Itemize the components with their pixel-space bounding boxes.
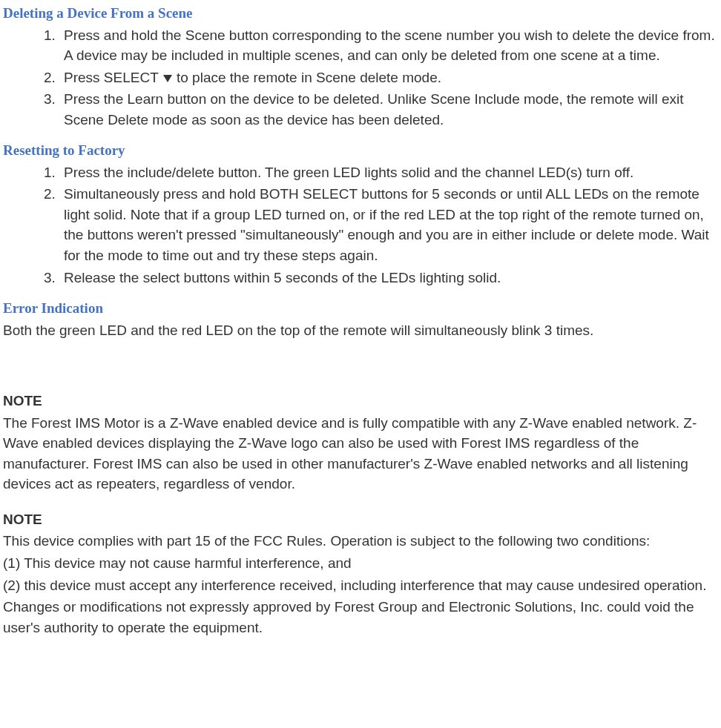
text: Press SELECT: [64, 70, 162, 85]
heading-delete-device: Deleting a Device From a Scene: [3, 3, 718, 24]
note-line: This device complies with part 15 of the…: [3, 531, 718, 552]
text: Simultaneously press and hold BOTH: [64, 186, 303, 202]
list-item: Press the include/delete button. The gre…: [59, 162, 718, 183]
heading-error-indication: Error Indication: [3, 298, 718, 319]
list-item: Press SELECT to place the remote in Scen…: [59, 67, 718, 88]
list-reset-factory: Press the include/delete button. The gre…: [3, 162, 718, 288]
note-line: (2) this device must accept any interfer…: [3, 575, 718, 596]
list-item: Press the Learn button on the device to …: [59, 89, 718, 130]
heading-reset-factory: Resetting to Factory: [3, 140, 718, 161]
list-item: Simultaneously press and hold BOTH SELEC…: [59, 184, 718, 265]
note-label: NOTE: [3, 509, 718, 530]
note-line: (1) This device may not cause harmful in…: [3, 553, 718, 574]
list-item: Release the select buttons within 5 seco…: [59, 268, 718, 288]
note-label: NOTE: [3, 391, 718, 411]
list-item: Press and hold the Scene button correspo…: [59, 25, 718, 66]
list-delete-device: Press and hold the Scene button correspo…: [3, 25, 718, 130]
text-smallcaps: SELECT: [303, 186, 358, 202]
note-line: Changes or modifications not expressly a…: [3, 597, 718, 638]
note-body: The Forest IMS Motor is a Z-Wave enabled…: [3, 413, 718, 494]
down-arrow-icon: [163, 75, 172, 82]
text: to place the remote in Scene delete mode…: [173, 70, 441, 85]
error-body: Both the green LED and the red LED on th…: [3, 320, 718, 341]
